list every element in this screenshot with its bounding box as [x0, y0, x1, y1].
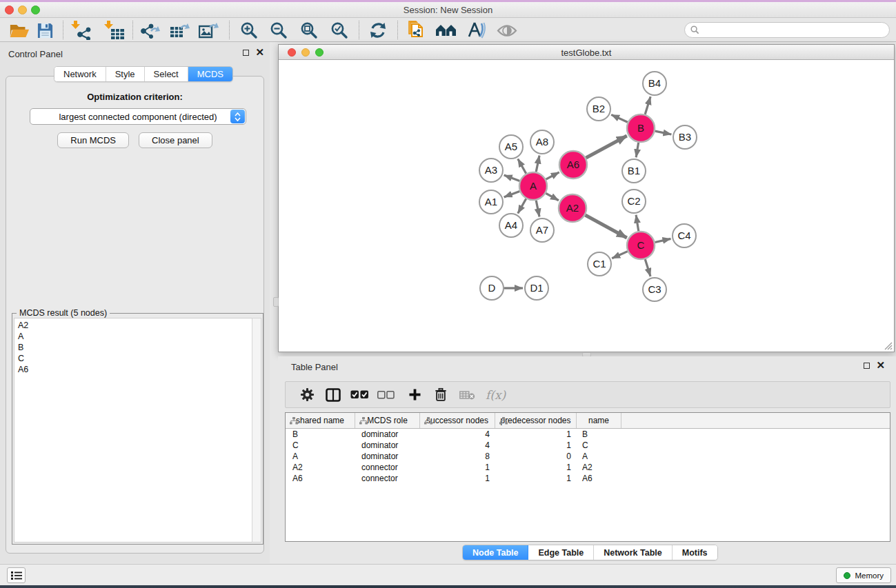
export-table-button[interactable] — [166, 20, 194, 41]
table-row[interactable]: A2connector11A2 — [286, 462, 890, 473]
close-panel-icon[interactable]: ✕ — [255, 49, 264, 56]
splitter-handle-vertical[interactable] — [273, 297, 279, 307]
graph-node-C2[interactable]: C2 — [622, 190, 646, 213]
graph-edge-C-C4[interactable] — [655, 239, 670, 242]
cell-role[interactable]: dominator — [355, 451, 420, 462]
cell-name[interactable]: B — [577, 429, 621, 440]
graph-edge-A-A4[interactable] — [518, 199, 526, 213]
graph-node-B3[interactable]: B3 — [673, 125, 697, 149]
table-row[interactable]: Bdominator41B — [286, 429, 890, 440]
hide-labels-button[interactable] — [462, 20, 490, 41]
network-window-titlebar[interactable]: testGlobe.txt — [279, 45, 894, 60]
float-panel-icon[interactable] — [243, 50, 249, 56]
column-header-successor-nodes[interactable]: successor nodes — [420, 413, 495, 428]
graph-node-A1[interactable]: A1 — [479, 190, 503, 214]
graph-edge-A-A8[interactable] — [536, 156, 539, 172]
graph-node-A6[interactable]: A6 — [559, 151, 587, 179]
graph-edge-A6-B[interactable] — [586, 136, 626, 158]
graph-node-A8[interactable]: A8 — [530, 130, 554, 154]
export-network-button[interactable] — [137, 20, 164, 41]
graph-node-A3[interactable]: A3 — [479, 159, 503, 182]
graph-node-B4[interactable]: B4 — [643, 72, 666, 95]
select-all-button[interactable] — [346, 390, 372, 399]
node-table[interactable]: shared nameMCDS rolesuccessor nodesprede… — [285, 412, 890, 542]
run-mcds-button[interactable]: Run MCDS — [57, 132, 129, 148]
network-canvas[interactable]: AA1A2A3A4A5A6A7A8BB1B2B3B4CC1C2C3C4DD1 — [279, 61, 895, 352]
zoom-selected-button[interactable] — [326, 20, 353, 41]
column-header-shared-name[interactable]: shared name — [286, 413, 355, 428]
column-header-MCDS-role[interactable]: MCDS role — [355, 413, 420, 428]
cell-name[interactable]: A6 — [577, 473, 621, 484]
create-column-button[interactable] — [401, 389, 428, 401]
tab-network[interactable]: Network — [54, 67, 106, 81]
cell-role[interactable]: dominator — [355, 440, 420, 451]
graph-edge-C-C2[interactable] — [636, 215, 639, 231]
table-row[interactable]: Adominator80A — [286, 451, 890, 462]
cell-role[interactable]: connector — [355, 462, 420, 473]
graph-node-D1[interactable]: D1 — [525, 276, 548, 300]
deselect-all-button[interactable] — [372, 391, 399, 399]
graph-edge-B-B1[interactable] — [636, 143, 638, 158]
network-overview-button[interactable] — [404, 20, 431, 41]
result-item[interactable]: C — [18, 353, 252, 364]
graph-node-C4[interactable]: C4 — [673, 224, 696, 247]
cell-predecessors[interactable]: 1 — [495, 462, 577, 473]
result-item[interactable]: A6 — [18, 364, 252, 375]
search-input[interactable] — [684, 22, 890, 38]
tab-mcds[interactable]: MCDS — [188, 67, 232, 81]
task-history-button[interactable] — [7, 567, 26, 583]
graph-edge-A2-C[interactable] — [585, 215, 626, 238]
close-table-panel-icon[interactable]: ✕ — [876, 362, 885, 369]
graph-node-A2[interactable]: A2 — [559, 194, 586, 222]
tab-node-table[interactable]: Node Table — [463, 545, 528, 560]
cell-shared_name[interactable]: A6 — [286, 473, 355, 484]
show-columns-button[interactable] — [320, 388, 346, 402]
memory-button[interactable]: Memory — [836, 567, 891, 583]
result-item[interactable]: B — [18, 342, 252, 353]
graph-node-A5[interactable]: A5 — [499, 135, 523, 159]
cell-shared_name[interactable]: A — [286, 451, 355, 462]
mcds-result-list[interactable]: A2ABCA6 — [14, 318, 252, 543]
open-session-button[interactable] — [6, 20, 33, 41]
cell-predecessors[interactable]: 1 — [495, 473, 577, 484]
cell-role[interactable]: dominator — [355, 429, 420, 440]
graph-edge-A-A6[interactable] — [546, 172, 559, 179]
cell-predecessors[interactable]: 1 — [495, 429, 577, 440]
table-settings-button[interactable] — [294, 387, 320, 402]
graph-node-B[interactable]: B — [627, 114, 655, 142]
main-titlebar[interactable]: Session: New Session — [0, 2, 896, 18]
tab-select[interactable]: Select — [145, 67, 188, 81]
zoom-fit-button[interactable] — [295, 20, 323, 41]
cell-name[interactable]: C — [577, 440, 621, 451]
zoom-in-button[interactable] — [235, 20, 263, 41]
close-panel-button[interactable]: Close panel — [139, 132, 212, 148]
cybrowser-home-button[interactable] — [432, 20, 460, 41]
export-image-button[interactable] — [195, 20, 223, 41]
cell-name[interactable]: A2 — [577, 462, 621, 473]
graph-node-A7[interactable]: A7 — [530, 219, 554, 242]
cell-successors[interactable]: 8 — [420, 451, 495, 462]
cell-shared_name[interactable]: A2 — [286, 462, 355, 473]
float-table-panel-icon[interactable] — [864, 363, 870, 369]
tab-style[interactable]: Style — [106, 67, 145, 81]
cell-name[interactable]: A — [577, 451, 621, 462]
show-graphics-details-button[interactable] — [493, 20, 521, 41]
cell-successors[interactable]: 4 — [420, 429, 495, 440]
graph-node-C3[interactable]: C3 — [643, 278, 666, 301]
cell-shared_name[interactable]: C — [286, 440, 355, 451]
import-table-button[interactable] — [101, 20, 128, 41]
result-item[interactable]: A2 — [18, 320, 252, 331]
graph-edge-A-A3[interactable] — [504, 175, 520, 181]
cell-predecessors[interactable]: 1 — [495, 440, 577, 451]
graph-edge-A-A1[interactable] — [504, 191, 520, 197]
graph-edge-B-B3[interactable] — [655, 131, 672, 134]
delete-column-button[interactable] — [428, 387, 454, 402]
graph-node-C[interactable]: C — [627, 232, 655, 259]
graph-edge-B-B4[interactable] — [645, 97, 650, 114]
column-header-predecessor-nodes[interactable]: predecessor nodes — [495, 413, 577, 428]
function-builder-button[interactable]: f(x) — [486, 388, 506, 402]
table-row[interactable]: Cdominator41C — [286, 440, 890, 451]
column-header-name[interactable]: name — [577, 413, 621, 428]
cell-shared_name[interactable]: B — [286, 429, 355, 440]
refresh-button[interactable] — [364, 20, 392, 41]
